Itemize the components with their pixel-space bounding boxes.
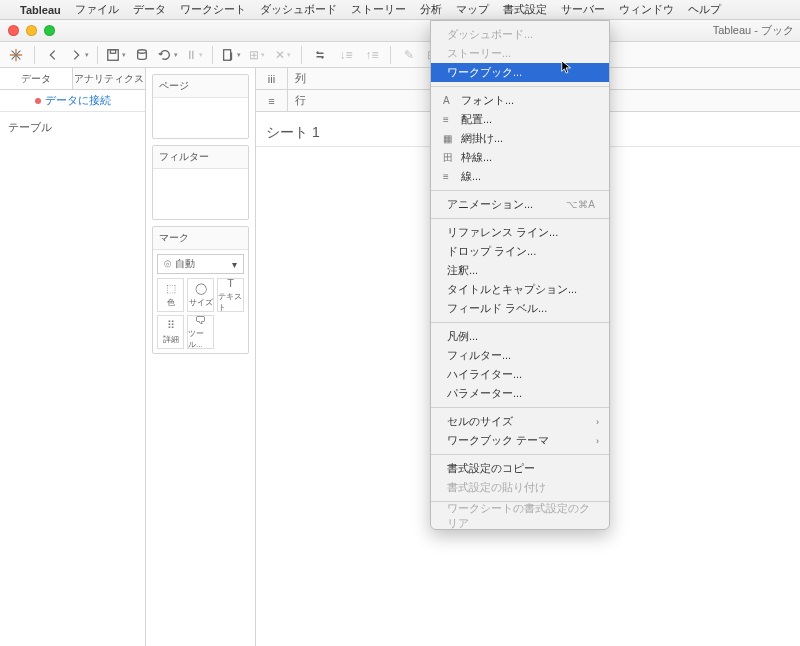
- close-window-icon[interactable]: [8, 25, 19, 36]
- svg-rect-3: [224, 49, 231, 60]
- tab-analytics[interactable]: アナリティクス ‹: [73, 68, 145, 89]
- tab-data[interactable]: データ: [0, 68, 73, 89]
- menu-separator: [431, 86, 609, 87]
- svg-rect-0: [108, 49, 119, 60]
- format-menu-item-26[interactable]: 書式設定のコピー: [431, 459, 609, 478]
- menu-map[interactable]: マップ: [456, 2, 489, 17]
- text-icon: T: [227, 277, 234, 289]
- new-worksheet-button[interactable]: [219, 45, 243, 65]
- menu-item-label: ワークブック テーマ: [447, 433, 549, 448]
- toolbar: ⏸ ⊞ ✕ ↓≡ ↑≡ ✎ ⊞ T ⊡: [0, 42, 800, 68]
- mark-size-button[interactable]: ◯サイズ: [187, 278, 214, 312]
- format-menu-item-14[interactable]: 注釈...: [431, 261, 609, 280]
- mark-detail-label: 詳細: [163, 334, 179, 345]
- menu-item-label: 線...: [461, 169, 481, 184]
- sort-asc-button[interactable]: ↓≡: [334, 45, 358, 65]
- auto-update-button[interactable]: ⏸: [182, 45, 206, 65]
- connect-label: データに接続: [45, 93, 111, 108]
- rows-icon: ≡: [268, 95, 274, 107]
- format-menu-item-24[interactable]: ワークブック テーマ›: [431, 431, 609, 450]
- new-data-button[interactable]: [130, 45, 154, 65]
- format-menu-item-21[interactable]: パラメーター...: [431, 384, 609, 403]
- columns-icon: iii: [268, 73, 275, 85]
- format-menu-item-29: ワークシートの書式設定のクリア: [431, 506, 609, 525]
- menu-window[interactable]: ウィンドウ: [619, 2, 674, 17]
- menu-analysis[interactable]: 分析: [420, 2, 442, 17]
- menu-separator: [431, 407, 609, 408]
- duplicate-button[interactable]: ⊞: [245, 45, 269, 65]
- format-menu-item-5[interactable]: ≡配置...: [431, 110, 609, 129]
- window-title: Tableau - ブック: [713, 23, 794, 38]
- menu-item-label: 網掛け...: [461, 131, 503, 146]
- data-sidebar: データ アナリティクス ‹ データに接続 テーブル: [0, 68, 146, 646]
- menu-item-label: アニメーション...: [447, 197, 533, 212]
- format-menu-item-4[interactable]: Aフォント...: [431, 91, 609, 110]
- mark-size-label: サイズ: [189, 297, 213, 308]
- menu-item-label: ワークブック...: [447, 65, 522, 80]
- format-menu-item-20[interactable]: ハイライター...: [431, 365, 609, 384]
- format-menu-item-23[interactable]: セルのサイズ›: [431, 412, 609, 431]
- rows-label-text: 行: [295, 93, 306, 108]
- menu-item-label: パラメーター...: [447, 386, 522, 401]
- menu-format[interactable]: 書式設定: [503, 2, 547, 17]
- menu-item-label: 配置...: [461, 112, 492, 127]
- format-menu-item-13[interactable]: ドロップ ライン...: [431, 242, 609, 261]
- forward-button[interactable]: [67, 45, 91, 65]
- menu-shortcut: ⌥⌘A: [566, 199, 595, 210]
- format-menu-item-18[interactable]: 凡例...: [431, 327, 609, 346]
- pages-shelf[interactable]: ページ: [152, 74, 249, 139]
- back-button[interactable]: [41, 45, 65, 65]
- highlight-button[interactable]: ✎: [397, 45, 421, 65]
- format-menu-item-10[interactable]: アニメーション...⌥⌘A: [431, 195, 609, 214]
- tableau-logo-icon[interactable]: [4, 45, 28, 65]
- clear-button[interactable]: ✕: [271, 45, 295, 65]
- minimize-window-icon[interactable]: [26, 25, 37, 36]
- main-area: データ アナリティクス ‹ データに接続 テーブル ページ フィルター マーク: [0, 68, 800, 646]
- tab-analytics-label: アナリティクス: [74, 72, 144, 86]
- svg-rect-1: [110, 49, 115, 53]
- menu-item-label: ダッシュボード...: [447, 27, 533, 42]
- format-menu-item-8[interactable]: ≡線...: [431, 167, 609, 186]
- menu-dashboard[interactable]: ダッシュボード: [260, 2, 337, 17]
- save-button[interactable]: [104, 45, 128, 65]
- zoom-window-icon[interactable]: [44, 25, 55, 36]
- menu-separator: [431, 190, 609, 191]
- format-menu-item-16[interactable]: フィールド ラベル...: [431, 299, 609, 318]
- marks-card: マーク ⦾ 自動 ▾ ⬚色 ◯サイズ Tテキスト ⠿詳細 🗨ツール...: [152, 226, 249, 354]
- mark-type-select[interactable]: ⦾ 自動 ▾: [157, 254, 244, 274]
- columns-label-text: 列: [295, 71, 306, 86]
- menu-server[interactable]: サーバー: [561, 2, 605, 17]
- filters-shelf-label: フィルター: [153, 146, 248, 169]
- macos-menubar: Tableau ファイル データ ワークシート ダッシュボード ストーリー 分析…: [0, 0, 800, 20]
- format-menu-item-7[interactable]: 田枠線...: [431, 148, 609, 167]
- pages-shelf-label: ページ: [153, 75, 248, 98]
- connect-to-data[interactable]: データに接続: [0, 90, 145, 112]
- refresh-button[interactable]: [156, 45, 180, 65]
- format-menu-item-15[interactable]: タイトルとキャプション...: [431, 280, 609, 299]
- sort-desc-button[interactable]: ↑≡: [360, 45, 384, 65]
- menu-file[interactable]: ファイル: [75, 2, 119, 17]
- menu-data[interactable]: データ: [133, 2, 166, 17]
- menu-item-label: 注釈...: [447, 263, 478, 278]
- filters-shelf[interactable]: フィルター: [152, 145, 249, 220]
- menu-item-label: 書式設定のコピー: [447, 461, 535, 476]
- swap-button[interactable]: [308, 45, 332, 65]
- format-menu-item-2[interactable]: ワークブック...: [431, 63, 609, 82]
- mark-tooltip-button[interactable]: 🗨ツール...: [187, 315, 214, 349]
- mark-text-button[interactable]: Tテキスト: [217, 278, 244, 312]
- format-menu-item-19[interactable]: フィルター...: [431, 346, 609, 365]
- window-titlebar: Tableau - ブック: [0, 20, 800, 42]
- menu-worksheet[interactable]: ワークシート: [180, 2, 246, 17]
- menu-leading-icon: ▦: [443, 133, 457, 144]
- format-menu-item-1: ストーリー...: [431, 44, 609, 63]
- mark-color-button[interactable]: ⬚色: [157, 278, 184, 312]
- menubar-app[interactable]: Tableau: [20, 4, 61, 16]
- format-menu-item-12[interactable]: リファレンス ライン...: [431, 223, 609, 242]
- size-icon: ◯: [195, 282, 207, 295]
- menu-story[interactable]: ストーリー: [351, 2, 406, 17]
- mark-detail-button[interactable]: ⠿詳細: [157, 315, 184, 349]
- chevron-right-icon: ›: [596, 436, 599, 446]
- menu-item-label: フォント...: [461, 93, 514, 108]
- format-menu-item-6[interactable]: ▦網掛け...: [431, 129, 609, 148]
- menu-help[interactable]: ヘルプ: [688, 2, 721, 17]
